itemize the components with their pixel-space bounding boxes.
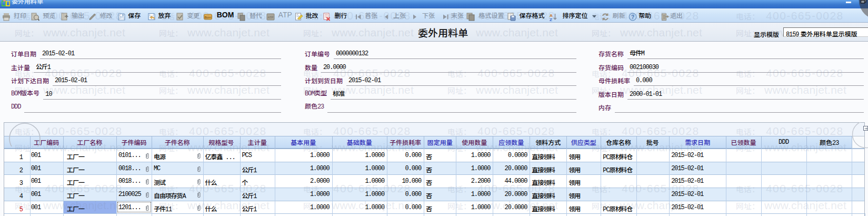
svg-text:ATP: ATP	[267, 16, 273, 19]
